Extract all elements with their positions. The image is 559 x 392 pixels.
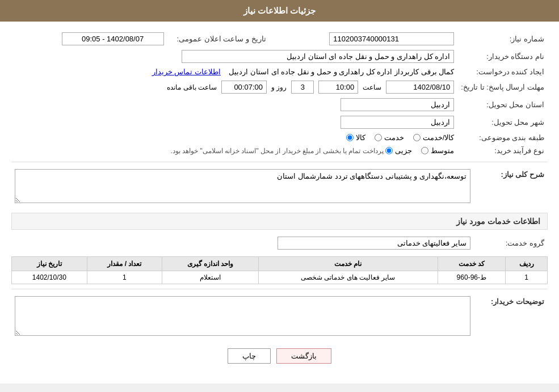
form-row-requester: ایجاد کننده درخواست: کمال برقی کاربرداز …	[11, 65, 548, 78]
need-number-input: 1102003740000131	[329, 32, 454, 45]
form-row-category: طبقه بندی موضوعی: کالا/خدمت خدمت	[11, 131, 548, 144]
process-radio-jozyi[interactable]	[385, 147, 393, 154]
city-input: اردبیل	[341, 116, 454, 129]
form-row-deadline: مهلت ارسال پاسخ: تا تاریخ: 1402/08/10 سا…	[11, 78, 548, 96]
deadline-time-label: ساعت	[363, 83, 381, 91]
deadline-days-label: روز و	[271, 83, 287, 91]
cell-row-num: 1	[506, 271, 548, 284]
page-container: جزئیات اطلاعات نیاز شماره نیاز: 11020037…	[0, 0, 559, 383]
description-row: شرح کلی نیاز: توسعه،نگهداری و پشتیبانی د…	[11, 167, 548, 207]
announce-label: تاریخ و ساعت اعلان عمومی:	[167, 30, 270, 48]
deadline-remaining-label: ساعت باقی مانده	[167, 83, 217, 91]
main-form-table: شماره نیاز: 1102003740000131 تاریخ و ساع…	[11, 30, 548, 157]
buyer-notes-value	[11, 294, 474, 340]
description-table: شرح کلی نیاز: توسعه،نگهداری و پشتیبانی د…	[11, 167, 548, 207]
announce-value: 1402/08/07 - 09:05	[11, 30, 167, 48]
cell-date: 1402/10/30	[12, 271, 87, 284]
print-button[interactable]: چاپ	[228, 348, 271, 364]
cell-unit: استعلام	[162, 271, 259, 284]
divider-1	[11, 162, 548, 162]
category-value: کالا/خدمت خدمت کالا	[11, 131, 457, 144]
table-header: ردیف کد خدمت نام خدمت واحد اندازه گیری ت…	[12, 257, 548, 271]
button-bar: بازگشت چاپ	[11, 348, 548, 364]
buyer-notes-textarea[interactable]	[15, 296, 470, 336]
description-textarea[interactable]: توسعه،نگهداری و پشتیبانی دستگاههای تردد …	[15, 169, 470, 203]
service-group-input: سایر فعالیتهای خدماتی	[278, 237, 470, 250]
notes-row: توضیحات خریدار:	[11, 294, 548, 340]
announce-input: 1402/08/07 - 09:05	[62, 32, 164, 45]
process-radio-group: متوسط جزیی	[385, 146, 454, 155]
notes-table: توضیحات خریدار:	[11, 294, 548, 340]
header-title: جزئیات اطلاعات نیاز	[243, 6, 316, 15]
requester-text: کمال برقی کاربرداز اداره کل راهداری و حم…	[229, 68, 454, 76]
requester-value: کمال برقی کاربرداز اداره کل راهداری و حم…	[11, 65, 457, 78]
process-value: متوسط جزیی پرداخت تمام یا بخشی از مبلغ خ…	[11, 144, 457, 157]
process-label: نوع فرآیند خرید:	[457, 144, 548, 157]
services-section-header: اطلاعات خدمات مورد نیاز	[11, 213, 548, 230]
back-button[interactable]: بازگشت	[276, 348, 331, 364]
col-date: تاریخ نیاز	[12, 257, 87, 271]
org-name-input: اداره کل راهداری و حمل و نقل جاده ای است…	[182, 50, 454, 63]
table-row: 1 ط-96-960 سایر فعالیت های خدماتی شخصی ا…	[12, 271, 548, 284]
process-motosat[interactable]: متوسط	[421, 146, 454, 155]
deadline-days-input: 3	[291, 81, 314, 94]
form-row-org: نام دستگاه خریدار: اداره کل راهداری و حم…	[11, 48, 548, 65]
divider-2	[11, 289, 548, 289]
requester-label: ایجاد کننده درخواست:	[457, 65, 548, 78]
content-area: شماره نیاز: 1102003740000131 تاریخ و ساع…	[0, 22, 559, 383]
deadline-remaining-input: 00:07:00	[221, 81, 267, 94]
need-number-value: 1102003740000131	[270, 30, 458, 48]
deadline-label: مهلت ارسال پاسخ: تا تاریخ:	[457, 78, 548, 96]
deadline-time-input: 10:00	[318, 81, 358, 94]
process-jozyi[interactable]: جزیی	[385, 146, 412, 155]
province-value: اردبیل	[11, 96, 457, 113]
org-name-value: اداره کل راهداری و حمل و نقل جاده ای است…	[11, 48, 457, 65]
deadline-value: 1402/08/10 ساعت 10:00 3 روز و 00:07:00 س…	[11, 78, 457, 96]
col-service-name: نام خدمت	[259, 257, 438, 271]
service-group-value: سایر فعالیتهای خدماتی	[11, 234, 474, 252]
category-radio-group: کالا/خدمت خدمت کالا	[346, 133, 455, 142]
form-row-city: شهر محل تحویل: اردبیل	[11, 113, 548, 131]
category-radio-kala[interactable]	[346, 134, 354, 141]
need-number-label: شماره نیاز:	[457, 30, 548, 48]
contact-link[interactable]: اطلاعات تماس خریدار	[152, 68, 221, 76]
category-khidmat[interactable]: خدمت	[375, 133, 404, 142]
cell-service-name: سایر فعالیت های خدماتی شخصی	[259, 271, 438, 284]
category-radio-kala-khidmat[interactable]	[413, 134, 421, 141]
col-unit: واحد اندازه گیری	[162, 257, 259, 271]
cell-service-code: ط-96-960	[438, 271, 505, 284]
category-radio-khidmat[interactable]	[375, 134, 382, 141]
category-kala-khidmat[interactable]: کالا/خدمت	[413, 133, 455, 142]
process-radio-motosat[interactable]	[421, 147, 428, 154]
form-row-process: نوع فرآیند خرید: متوسط جزیی	[11, 144, 548, 157]
cell-qty: 1	[87, 271, 162, 284]
services-section-title: اطلاعات خدمات مورد نیاز	[456, 217, 540, 226]
description-label: شرح کلی نیاز:	[474, 167, 548, 207]
city-label: شهر محل تحویل:	[457, 113, 548, 131]
table-body: 1 ط-96-960 سایر فعالیت های خدماتی شخصی ا…	[12, 271, 548, 284]
deadline-date-input: 1402/08/10	[386, 81, 454, 94]
page-header: جزئیات اطلاعات نیاز	[0, 0, 559, 22]
col-row-num: ردیف	[506, 257, 548, 271]
city-value: اردبیل	[11, 113, 457, 131]
service-group-label: گروه خدمت:	[474, 234, 548, 252]
description-value: توسعه،نگهداری و پشتیبانی دستگاههای تردد …	[11, 167, 474, 207]
form-row-need-number: شماره نیاز: 1102003740000131 تاریخ و ساع…	[11, 30, 548, 48]
services-data-table: ردیف کد خدمت نام خدمت واحد اندازه گیری ت…	[11, 256, 548, 284]
province-label: استان محل تحویل:	[457, 96, 548, 113]
service-group-row: گروه خدمت: سایر فعالیتهای خدماتی	[11, 234, 548, 252]
province-input: اردبیل	[341, 98, 454, 111]
category-label: طبقه بندی موضوعی:	[457, 131, 548, 144]
org-name-label: نام دستگاه خریدار:	[457, 48, 548, 65]
col-qty: تعداد / مقدار	[87, 257, 162, 271]
col-service-code: کد خدمت	[438, 257, 505, 271]
category-kala[interactable]: کالا	[346, 133, 365, 142]
buyer-notes-label: توضیحات خریدار:	[474, 294, 548, 340]
service-group-table: گروه خدمت: سایر فعالیتهای خدماتی	[11, 234, 548, 252]
process-note: پرداخت تمام یا بخشی از مبلغ خریدار از مح…	[171, 147, 384, 155]
form-row-province: استان محل تحویل: اردبیل	[11, 96, 548, 113]
